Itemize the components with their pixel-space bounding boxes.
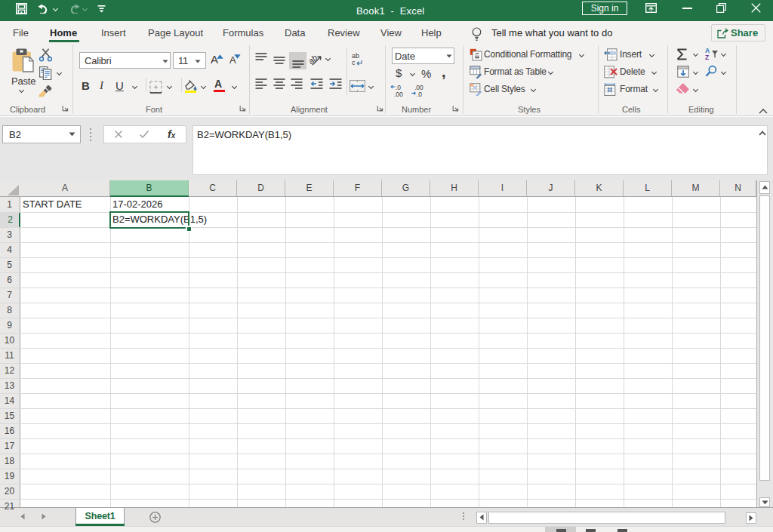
svg-text:Z: Z [705,54,709,60]
svg-text:.0: .0 [417,91,422,97]
svg-text:.00: .00 [394,91,403,97]
svg-text:c: c [352,59,356,66]
